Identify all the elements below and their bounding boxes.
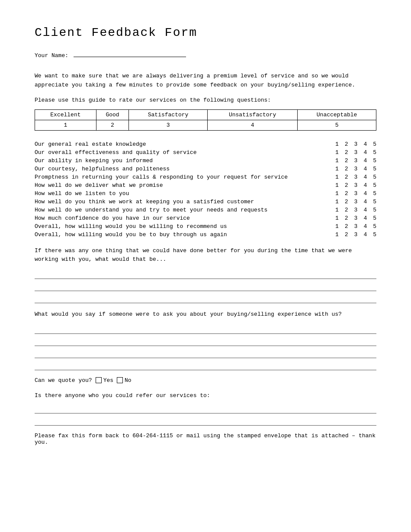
table-row: How well do we understand you and try to…: [35, 207, 376, 213]
question-text: Our courtesy, helpfulness and politeness: [35, 166, 335, 172]
col-excellent: Excellent: [35, 109, 96, 120]
question-text: Our overall effectiveness and quality of…: [35, 149, 335, 156]
question-text: Our ability in keeping you informed: [35, 157, 335, 164]
question-ratings: 12345: [335, 149, 376, 156]
val-3: 3: [129, 120, 208, 130]
question-ratings: 12345: [335, 174, 376, 180]
question-text: Our general real estate knowledge: [35, 141, 335, 147]
table-row: How well do we listen to you 12345: [35, 190, 376, 197]
question-ratings: 12345: [335, 157, 376, 164]
name-field: Your Name:: [35, 52, 376, 59]
question-ratings: 12345: [335, 141, 376, 147]
table-row: Overall, how willing would you be willin…: [35, 223, 376, 230]
table-row: Our general real estate knowledge 12345: [35, 141, 376, 147]
col-unsatisfactory: Unsatisfactory: [207, 109, 297, 120]
name-underline[interactable]: [74, 57, 186, 57]
answer-lines-2: [35, 327, 376, 370]
question-text: Promptness in returning your calls & res…: [35, 174, 335, 180]
answer-line[interactable]: [35, 419, 376, 426]
table-row: How much confidence do you have in our s…: [35, 215, 376, 221]
answer-line[interactable]: [35, 351, 376, 358]
col-unacceptable: Unacceptable: [298, 109, 376, 120]
intro-text: We want to make sure that we are always …: [35, 72, 376, 90]
question-text: How well do we understand you and try to…: [35, 207, 335, 213]
val-4: 4: [207, 120, 297, 130]
question-ratings: 12345: [335, 190, 376, 197]
open-question-2: What would you say if someone were to as…: [35, 310, 376, 319]
table-row: Our ability in keeping you informed 1234…: [35, 157, 376, 164]
val-1: 1: [35, 120, 96, 130]
question-ratings: 12345: [335, 199, 376, 205]
question-text: Overall, how willing would you be willin…: [35, 223, 335, 230]
table-row: Our courtesy, helpfulness and politeness…: [35, 166, 376, 172]
val-5: 5: [298, 120, 376, 130]
question-ratings: 12345: [335, 223, 376, 230]
quote-section: Can we quote you? Yes No: [35, 377, 376, 384]
val-2: 2: [96, 120, 128, 130]
answer-line[interactable]: [35, 284, 376, 291]
answer-lines-1: [35, 272, 376, 303]
answer-line[interactable]: [35, 327, 376, 334]
question-text: Overall, how willing would you be to buy…: [35, 231, 335, 238]
question-ratings: 12345: [335, 182, 376, 189]
question-text: How well do you think we work at keeping…: [35, 199, 335, 205]
refer-section: Is there anyone who you could refer our …: [35, 392, 376, 399]
question-ratings: 12345: [335, 231, 376, 238]
page-title: Client Feedback Form: [35, 26, 376, 39]
guide-text: Please use this guide to rate our servic…: [35, 97, 376, 103]
quote-label: Can we quote you?: [35, 377, 92, 384]
answer-lines-3: [35, 407, 376, 426]
answer-line[interactable]: [35, 272, 376, 279]
no-checkbox-item[interactable]: No: [117, 377, 132, 384]
table-row: Overall, how willing would you be to buy…: [35, 231, 376, 238]
question-ratings: 12345: [335, 166, 376, 172]
table-row: How well do you think we work at keeping…: [35, 199, 376, 205]
table-row: Promptness in returning your calls & res…: [35, 174, 376, 180]
no-label: No: [125, 377, 132, 384]
question-text: How much confidence do you have in our s…: [35, 215, 335, 221]
answer-line[interactable]: [35, 339, 376, 346]
yes-checkbox[interactable]: [96, 377, 102, 383]
rating-table: Excellent Good Satisfactory Unsatisfacto…: [35, 109, 376, 131]
question-text: How well do we deliver what we promise: [35, 182, 335, 189]
answer-line[interactable]: [35, 407, 376, 413]
name-label: Your Name:: [35, 52, 68, 59]
yes-checkbox-item[interactable]: Yes: [96, 377, 113, 384]
yes-label: Yes: [103, 377, 113, 384]
footer-text: Please fax this form back to 604-264-111…: [35, 433, 376, 445]
table-row: How well do we deliver what we promise 1…: [35, 182, 376, 189]
col-good: Good: [96, 109, 128, 120]
question-ratings: 12345: [335, 207, 376, 213]
answer-line[interactable]: [35, 296, 376, 303]
open-question-1: If there was any one thing that we could…: [35, 247, 376, 265]
question-ratings: 12345: [335, 215, 376, 221]
questions-section: Our general real estate knowledge 12345 …: [35, 141, 376, 238]
question-text: How well do we listen to you: [35, 190, 335, 197]
no-checkbox[interactable]: [117, 377, 123, 383]
col-satisfactory: Satisfactory: [129, 109, 208, 120]
table-row: Our overall effectiveness and quality of…: [35, 149, 376, 156]
answer-line[interactable]: [35, 363, 376, 370]
